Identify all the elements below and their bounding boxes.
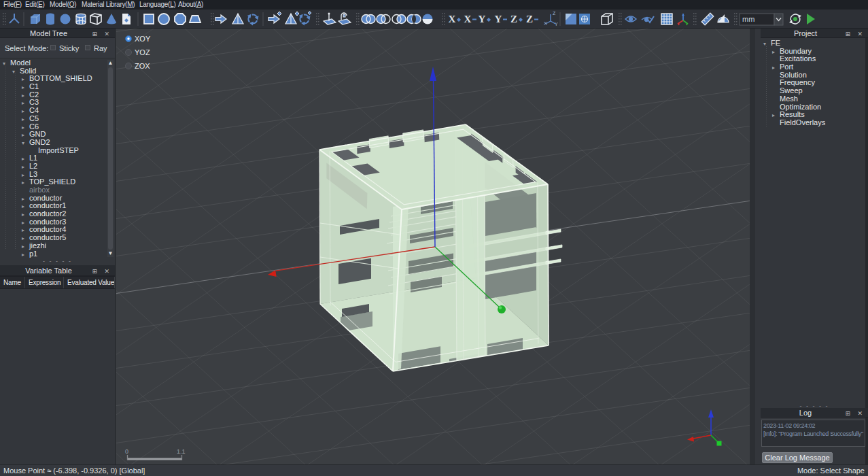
svg-text:1.1: 1.1 xyxy=(177,448,186,455)
svg-text:X: X xyxy=(449,14,456,24)
svg-text:Z: Z xyxy=(553,11,556,16)
svg-text:Z: Z xyxy=(526,14,533,24)
svg-text:Y: Y xyxy=(495,14,502,24)
svg-text:mm: mm xyxy=(742,15,754,23)
svg-text:Y: Y xyxy=(555,22,558,27)
svg-text:0: 0 xyxy=(125,448,128,455)
svg-text:X: X xyxy=(464,14,472,24)
svg-text:Z: Z xyxy=(510,14,517,24)
svg-text:XOY: XOY xyxy=(135,35,151,43)
svg-text:Y: Y xyxy=(479,14,486,24)
svg-text:YOZ: YOZ xyxy=(135,48,150,56)
svg-text:X: X xyxy=(544,21,547,26)
svg-text:ZOX: ZOX xyxy=(135,62,150,70)
